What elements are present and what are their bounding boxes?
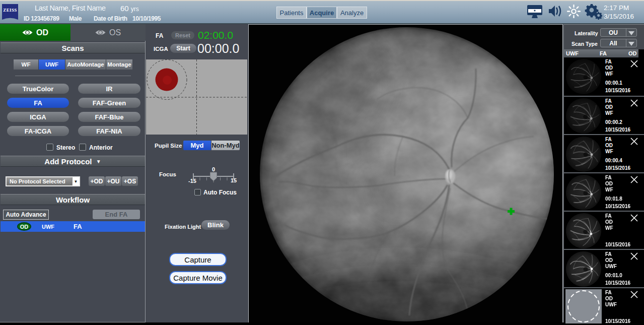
svg-text:0: 0 [212, 167, 215, 172]
svg-text:ZEISS: ZEISS [3, 8, 17, 13]
